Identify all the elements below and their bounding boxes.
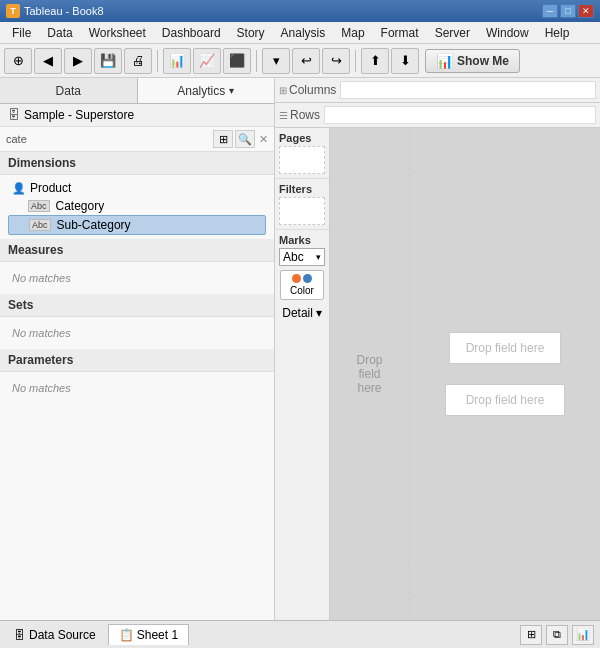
filters-drop-area[interactable] <box>279 197 325 225</box>
print-button[interactable]: 🖨 <box>124 48 152 74</box>
detail-button[interactable]: Detail ▾ <box>279 304 325 322</box>
datasource-label: Sample - Superstore <box>24 108 134 122</box>
new-datasource-button[interactable]: ⊕ <box>4 48 32 74</box>
right-panel: ⊞ Columns ☰ Rows Pages <box>275 78 600 620</box>
marks-title: Marks <box>279 234 325 246</box>
menu-worksheet[interactable]: Worksheet <box>81 24 154 42</box>
viz-area: Drop field here Drop field here Drop fie… <box>330 128 600 620</box>
save-button[interactable]: 💾 <box>94 48 122 74</box>
redo-button[interactable]: ↪ <box>322 48 350 74</box>
toolbar-separator-1 <box>157 50 158 72</box>
viz-drop-center[interactable]: Drop field here <box>445 384 566 416</box>
menu-bar: File Data Worksheet Dashboard Story Anal… <box>0 22 600 44</box>
sheet1-label: Sheet 1 <box>137 628 178 642</box>
toolbar: ⊕ ◀ ▶ 💾 🖨 📊 📈 ⬛ ▾ ↩ ↪ ⬆ ⬇ 📊 Show Me <box>0 44 600 78</box>
nav-forward-button[interactable]: ▶ <box>64 48 92 74</box>
sort-asc-button[interactable]: ⬆ <box>361 48 389 74</box>
tab-analytics-label: Analytics <box>177 84 225 98</box>
rows-shelf: ☰ Rows <box>275 103 600 128</box>
viz-drop-left[interactable]: Drop field here <box>330 128 410 620</box>
columns-shelf: ⊞ Columns <box>275 78 600 103</box>
columns-drop-area[interactable] <box>340 81 596 99</box>
sets-content: No matches <box>0 317 274 349</box>
add-dashboard-button[interactable]: 📊 <box>572 625 594 645</box>
viz-drop-center-text: Drop field here <box>466 393 545 407</box>
show-me-button[interactable]: 📊 Show Me <box>425 49 520 73</box>
subcategory-type: Abc <box>29 219 51 231</box>
toolbar-separator-2 <box>256 50 257 72</box>
columns-grid-icon: ⊞ <box>279 85 287 96</box>
sets-header: Sets <box>0 294 274 317</box>
rows-drop-area[interactable] <box>324 106 596 124</box>
search-button[interactable]: 🔍 <box>235 130 255 148</box>
menu-dashboard[interactable]: Dashboard <box>154 24 229 42</box>
menu-window[interactable]: Window <box>478 24 537 42</box>
product-group: 👤 Product Abc Category Abc Sub-Category <box>0 177 274 237</box>
color-circle-orange <box>292 274 301 283</box>
parameters-empty: No matches <box>0 374 274 402</box>
marks-type-value: Abc <box>283 250 304 264</box>
pages-title: Pages <box>279 132 325 144</box>
color-circles <box>292 274 312 283</box>
undo-button[interactable]: ↩ <box>292 48 320 74</box>
title-bar: T Tableau - Book8 ─ □ ✕ <box>0 0 600 22</box>
tab-data-label: Data <box>56 84 81 98</box>
rows-label: Rows <box>290 108 320 122</box>
marks-type-dropdown[interactable]: Abc ▾ <box>279 248 325 266</box>
nav-back-button[interactable]: ◀ <box>34 48 62 74</box>
measures-header: Measures <box>0 239 274 262</box>
rows-label-group: ☰ Rows <box>279 108 320 122</box>
menu-analysis[interactable]: Analysis <box>273 24 334 42</box>
duplicate-sheet-button[interactable]: ⧉ <box>546 625 568 645</box>
dimensions-label: Dimensions <box>8 156 76 170</box>
sets-label: Sets <box>8 298 33 312</box>
tab-data[interactable]: Data <box>0 78 138 103</box>
middle-content: Pages Filters Marks Abc ▾ <box>275 128 600 620</box>
chart-option-button[interactable]: ⬛ <box>223 48 251 74</box>
sort-desc-button[interactable]: ⬇ <box>391 48 419 74</box>
sheet1-icon: 📋 <box>119 628 134 642</box>
marks-dropdown-arrow: ▾ <box>316 252 321 262</box>
columns-label-group: ⊞ Columns <box>279 83 336 97</box>
dropdown-button[interactable]: ▾ <box>262 48 290 74</box>
minimize-button[interactable]: ─ <box>542 4 558 18</box>
pages-drop-area[interactable] <box>279 146 325 174</box>
tab-analytics[interactable]: Analytics ▾ <box>138 78 275 103</box>
close-button[interactable]: ✕ <box>578 4 594 18</box>
show-me-icon: 📊 <box>436 53 453 69</box>
menu-format[interactable]: Format <box>373 24 427 42</box>
maximize-button[interactable]: □ <box>560 4 576 18</box>
category-label: Category <box>56 199 105 213</box>
menu-story[interactable]: Story <box>229 24 273 42</box>
marks-section: Marks Abc ▾ Color <box>275 230 329 620</box>
category-type: Abc <box>28 200 50 212</box>
status-icons: ⊞ ⧉ 📊 <box>520 625 594 645</box>
status-bar: 🗄 Data Source 📋 Sheet 1 ⊞ ⧉ 📊 <box>0 620 600 648</box>
color-button[interactable]: Color <box>280 270 324 300</box>
datasource-icon-small: 🗄 <box>14 629 25 641</box>
category-field[interactable]: Abc Category <box>8 197 266 215</box>
viz-drop-left-text: Drop field here <box>356 353 382 395</box>
chart-type-button[interactable]: 📈 <box>193 48 221 74</box>
detail-arrow: ▾ <box>316 306 322 320</box>
subcategory-field[interactable]: Abc Sub-Category <box>8 215 266 235</box>
menu-help[interactable]: Help <box>537 24 578 42</box>
menu-map[interactable]: Map <box>333 24 372 42</box>
datasource-tab[interactable]: 🗄 Data Source <box>6 626 104 644</box>
product-parent[interactable]: 👤 Product <box>8 179 266 197</box>
bar-chart-button[interactable]: 📊 <box>163 48 191 74</box>
viz-drop-top[interactable]: Drop field here <box>449 332 562 364</box>
subcategory-label: Sub-Category <box>57 218 131 232</box>
viz-drop-main[interactable]: Drop field here Drop field here <box>410 128 600 620</box>
new-sheet-button[interactable]: ⊞ <box>520 625 542 645</box>
search-clear-button[interactable]: ✕ <box>259 133 268 146</box>
menu-data[interactable]: Data <box>39 24 80 42</box>
rows-grid-icon: ☰ <box>279 110 288 121</box>
dimensions-header: Dimensions <box>0 152 274 175</box>
menu-file[interactable]: File <box>4 24 39 42</box>
sheet1-tab[interactable]: 📋 Sheet 1 <box>108 624 189 645</box>
tab-analytics-arrow: ▾ <box>229 85 234 96</box>
grid-view-button[interactable]: ⊞ <box>213 130 233 148</box>
main-area: Data Analytics ▾ 🗄 Sample - Superstore c… <box>0 78 600 620</box>
menu-server[interactable]: Server <box>427 24 478 42</box>
